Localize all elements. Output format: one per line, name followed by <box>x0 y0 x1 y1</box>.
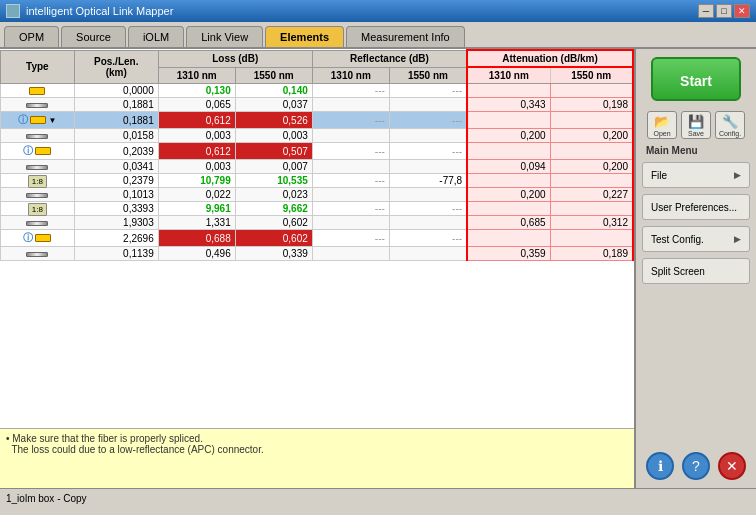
config-button[interactable]: 🔧 Config. <box>715 111 745 139</box>
tab-measurement-info[interactable]: Measurement Info <box>346 26 465 47</box>
table-row-loss1310: 1,331 <box>158 216 235 230</box>
col-reflectance: Reflectance (dB) <box>312 50 467 67</box>
main-menu-label: Main Menu <box>646 145 698 156</box>
col-att-1550: 1550 nm <box>550 67 633 84</box>
table-row-type: 1:8 <box>1 202 75 216</box>
table-row-type: 1:8 <box>1 174 75 188</box>
col-attenuation: Attenuation (dB/km) <box>467 50 633 67</box>
table-row-loss1550: 0,037 <box>235 98 312 112</box>
table-row-att1310: 0,685 <box>467 216 550 230</box>
table-row-loss1310: 0,130 <box>158 84 235 98</box>
table-row-refl1550: --- <box>389 112 467 129</box>
open-label: Open <box>653 130 670 137</box>
open-button[interactable]: 📂 Open <box>647 111 677 139</box>
table-row-type <box>1 247 75 261</box>
info-button[interactable]: ℹ <box>646 452 674 480</box>
table-row-refl1310 <box>312 98 389 112</box>
table-row-loss1310: 9,961 <box>158 202 235 216</box>
table-row-att1550 <box>550 230 633 247</box>
table-row-refl1550 <box>389 188 467 202</box>
icon-row: 📂 Open 💾 Save 🔧 Config. <box>647 111 745 139</box>
table-row-loss1310: 0,688 <box>158 230 235 247</box>
col-refl-1550: 1550 nm <box>389 67 467 84</box>
table-row-att1310 <box>467 174 550 188</box>
menu-test-config-arrow: ▶ <box>734 234 741 244</box>
save-label: Save <box>688 130 704 137</box>
save-icon: 💾 <box>688 114 704 129</box>
tab-iolm[interactable]: iOLM <box>128 26 184 47</box>
comment-line-1: • Make sure that the fiber is properly s… <box>6 433 628 444</box>
table-row-loss1550: 0,140 <box>235 84 312 98</box>
maximize-button[interactable]: □ <box>716 4 732 18</box>
status-text: 1_iolm box - Copy <box>6 493 87 504</box>
config-icon: 🔧 <box>722 114 738 129</box>
close-button[interactable]: ✕ <box>734 4 750 18</box>
table-row-att1550 <box>550 143 633 160</box>
status-bar: 1_iolm box - Copy <box>0 488 756 508</box>
table-row-att1550 <box>550 174 633 188</box>
table-row-pos: 0,1013 <box>74 188 158 202</box>
window-title: intelligent Optical Link Mapper <box>26 5 173 17</box>
table-row-att1310 <box>467 84 550 98</box>
table-row-att1310 <box>467 143 550 160</box>
table-row-refl1310: --- <box>312 202 389 216</box>
app-icon <box>6 4 20 18</box>
table-row-att1310 <box>467 230 550 247</box>
table-row-att1310: 0,343 <box>467 98 550 112</box>
window-controls[interactable]: ─ □ ✕ <box>698 4 750 18</box>
table-row-pos: 0,2379 <box>74 174 158 188</box>
col-refl-1310: 1310 nm <box>312 67 389 84</box>
table-row-type: ⓘ <box>1 230 75 247</box>
table-row-att1310: 0,094 <box>467 160 550 174</box>
table-row-refl1310 <box>312 216 389 230</box>
table-row-refl1550: --- <box>389 230 467 247</box>
table-row-loss1550: 0,507 <box>235 143 312 160</box>
table-row-refl1550 <box>389 129 467 143</box>
table-row-refl1550: --- <box>389 202 467 216</box>
minimize-button[interactable]: ─ <box>698 4 714 18</box>
col-type: Type <box>1 50 75 84</box>
save-button[interactable]: 💾 Save <box>681 111 711 139</box>
tab-opm[interactable]: OPM <box>4 26 59 47</box>
table-row-loss1550: 0,339 <box>235 247 312 261</box>
table-row-pos: 0,0000 <box>74 84 158 98</box>
tab-link-view[interactable]: Link View <box>186 26 263 47</box>
title-bar: intelligent Optical Link Mapper ─ □ ✕ <box>0 0 756 22</box>
menu-test-config[interactable]: Test Config. ▶ <box>642 226 750 252</box>
table-row-pos: 0,0341 <box>74 160 158 174</box>
tab-elements[interactable]: Elements <box>265 26 344 47</box>
table-row-att1550 <box>550 202 633 216</box>
table-row-refl1310: --- <box>312 84 389 98</box>
table-row-refl1310 <box>312 129 389 143</box>
help-button[interactable]: ? <box>682 452 710 480</box>
table-row-pos: 0,1881 <box>74 98 158 112</box>
start-button[interactable]: Start <box>651 57 741 101</box>
table-row-refl1310: --- <box>312 112 389 129</box>
table-row-att1550: 0,200 <box>550 129 633 143</box>
table-row-att1550: 0,312 <box>550 216 633 230</box>
table-row-loss1310: 0,612 <box>158 112 235 129</box>
table-row-refl1550: --- <box>389 143 467 160</box>
menu-split-screen[interactable]: Split Screen <box>642 258 750 284</box>
tab-bar: OPM Source iOLM Link View Elements Measu… <box>0 22 756 49</box>
comment-line-2: The loss could due to a low-reflectance … <box>6 444 628 455</box>
menu-test-config-label: Test Config. <box>651 234 704 245</box>
table-row-refl1550: --- <box>389 84 467 98</box>
right-panel: Start 📂 Open 💾 Save 🔧 Config. Main Menu … <box>636 49 756 488</box>
table-row-loss1310: 0,065 <box>158 98 235 112</box>
col-loss: Loss (dB) <box>158 50 312 67</box>
table-row-type <box>1 216 75 230</box>
table-row-type <box>1 84 75 98</box>
menu-user-preferences[interactable]: User Preferences... <box>642 194 750 220</box>
exit-button[interactable]: ✕ <box>718 452 746 480</box>
tab-source[interactable]: Source <box>61 26 126 47</box>
table-row-loss1550: 0,602 <box>235 216 312 230</box>
table-row-pos: 0,0158 <box>74 129 158 143</box>
menu-file[interactable]: File ▶ <box>642 162 750 188</box>
table-row-refl1310: --- <box>312 174 389 188</box>
table-row-refl1550 <box>389 160 467 174</box>
table-row-loss1310: 0,003 <box>158 129 235 143</box>
table-row-loss1310: 0,496 <box>158 247 235 261</box>
table-row-loss1310: 0,612 <box>158 143 235 160</box>
table-row-att1550: 0,189 <box>550 247 633 261</box>
